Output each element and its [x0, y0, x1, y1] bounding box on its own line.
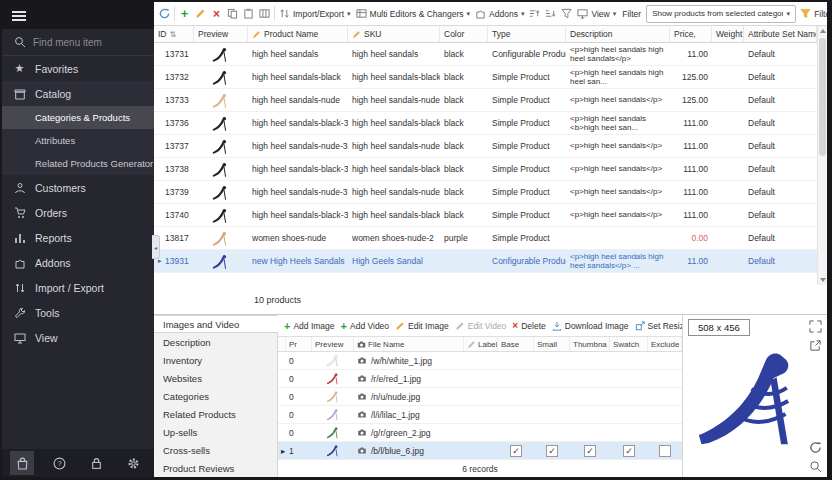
search-input[interactable]: Find menu item [2, 29, 154, 56]
filters-menu[interactable]: Filters ▾ [799, 8, 827, 19]
product-row[interactable]: 13736high heel sandals-black-36high heel… [154, 112, 817, 135]
set-resize-rule-button[interactable]: Set Resize Rule ▾ [634, 321, 682, 331]
store-icon[interactable] [10, 451, 34, 475]
scroll-up-icon[interactable] [818, 26, 827, 36]
sidebar-item-related-products-generator[interactable]: Related Products Generator [2, 152, 154, 175]
base-checkbox[interactable]: ✓ [510, 445, 522, 457]
tab-product-reviews[interactable]: Product Reviews [154, 459, 277, 477]
add-video-button[interactable]: + Add Video [340, 320, 391, 332]
column-thumbnail[interactable]: Thumbna [570, 337, 610, 351]
sort-desc-button[interactable] [544, 7, 557, 21]
help-icon[interactable]: ? [47, 451, 71, 475]
multi-editors-menu[interactable]: Multi Editors & Changers ▾ [355, 8, 472, 19]
tab-related-products[interactable]: Related Products [154, 405, 277, 423]
product-row[interactable]: 13739high heel sandals-nude-37high heel … [154, 181, 817, 204]
tab-categories[interactable]: Categories [154, 387, 277, 405]
sidebar-item-catalog[interactable]: Catalog [2, 81, 154, 106]
edit-video-button[interactable]: Edit Video [454, 321, 508, 331]
rotate-icon[interactable] [809, 440, 823, 454]
product-name-cell: new High Heels Sandals [248, 250, 348, 272]
sidebar-item-categories-products[interactable]: Categories & Products [2, 106, 154, 129]
refresh-button[interactable] [158, 7, 171, 21]
sidebar-item-customers[interactable]: Customers [2, 175, 154, 200]
column-label[interactable]: Label [464, 337, 498, 351]
column-color[interactable]: Color [440, 26, 488, 42]
add-product-button[interactable]: + [178, 7, 191, 21]
delete-image-button[interactable]: × Delete [511, 320, 546, 331]
product-row[interactable]: ▸13931new High Heels SandalsHigh Geels S… [154, 250, 817, 273]
product-row[interactable]: 13732high heel sandals-blackhigh heel sa… [154, 66, 817, 89]
swatch-checkbox[interactable]: ✓ [623, 445, 635, 457]
product-row[interactable]: 13740high heel sandals-black-38high heel… [154, 204, 817, 227]
sort-asc-button[interactable] [528, 7, 541, 21]
download-image-button[interactable]: Download Image [551, 321, 630, 331]
tab-cross-sells[interactable]: Cross-sells [154, 441, 277, 459]
menu-icon[interactable] [12, 11, 26, 21]
open-external-icon[interactable] [809, 338, 823, 352]
column-weight[interactable]: Weight [712, 26, 744, 42]
column-base[interactable]: Base [498, 337, 534, 351]
column-type[interactable]: Type [488, 26, 566, 42]
small-checkbox[interactable]: ✓ [546, 445, 558, 457]
import-export-menu[interactable]: Import/Export ▾ [278, 8, 352, 19]
sidebar-item-orders[interactable]: Orders [2, 200, 154, 225]
zoom-icon[interactable] [809, 459, 823, 473]
tab-up-sells[interactable]: Up-sells [154, 423, 277, 441]
image-row[interactable]: 0/n/u/nude.jpg [278, 388, 682, 406]
column-sku[interactable]: SKU [348, 26, 440, 42]
sidebar-item-attributes[interactable]: Attributes [2, 129, 154, 152]
column-description[interactable]: Description [566, 26, 670, 42]
column-price[interactable]: Price, [670, 26, 712, 42]
tab-inventory[interactable]: Inventory [154, 351, 277, 369]
view-menu[interactable]: View ▾ [576, 8, 617, 19]
exclude-checkbox[interactable] [659, 445, 671, 457]
column-product-name[interactable]: Product Name [248, 26, 348, 42]
filter-select[interactable]: Show products from selected categories ▾ [646, 5, 796, 23]
image-row[interactable]: 0/l/i/lilac_1.jpg [278, 406, 682, 424]
image-row[interactable]: 0/w/h/white_1.jpg [278, 352, 682, 370]
sidebar-item-import-export[interactable]: Import / Export [2, 275, 154, 300]
sidebar-item-reports[interactable]: Reports [2, 225, 154, 250]
column-swatch[interactable]: Swatch [610, 337, 648, 351]
edit-product-button[interactable] [194, 7, 207, 21]
column-id[interactable]: ID ⇅ [154, 26, 194, 42]
lock-icon[interactable] [85, 451, 109, 475]
product-row[interactable]: 13817women shoes-nudewomen shoes-nude-2p… [154, 227, 817, 250]
product-row[interactable]: 13731high heel sandalshigh heel sandalsb… [154, 43, 817, 66]
column-attribute-set[interactable]: Attribute Set Name [744, 26, 817, 42]
column-preview[interactable]: Preview [194, 26, 248, 42]
tab-description[interactable]: Description [154, 333, 277, 351]
product-row[interactable]: 13733high heel sandals-nudehigh heel san… [154, 89, 817, 112]
paste-button[interactable] [242, 7, 255, 21]
column-file-name[interactable]: File Name [354, 337, 464, 351]
fullscreen-icon[interactable] [809, 319, 823, 333]
addons-menu[interactable]: Addons ▾ [474, 8, 525, 19]
sidebar-item-view[interactable]: View [2, 325, 154, 350]
grid-scrollbar[interactable] [817, 26, 827, 285]
sidebar-item-tools[interactable]: Tools [2, 300, 154, 325]
thumbnail-checkbox[interactable]: ✓ [584, 445, 596, 457]
add-image-button[interactable]: + Add Image [283, 320, 336, 332]
clear-filter-button[interactable] [560, 7, 573, 21]
sidebar-item-favorites[interactable]: ★ Favorites [2, 56, 154, 81]
product-row[interactable]: 13738high heel sandals-black-37high heel… [154, 158, 817, 181]
gear-icon[interactable] [122, 451, 146, 475]
scroll-down-icon[interactable] [818, 275, 827, 285]
column-image-preview[interactable]: Preview [312, 337, 354, 351]
image-row[interactable]: ▸1/b/l/blue_6.jpg✓✓✓✓ [278, 442, 682, 460]
copy-button[interactable] [226, 7, 239, 21]
edit-image-button[interactable]: Edit Image [394, 321, 450, 331]
tab-images-and-video[interactable]: Images and Video [154, 315, 278, 333]
column-exclude[interactable]: Exclude [648, 337, 682, 351]
column-small[interactable]: Small [534, 337, 570, 351]
image-row[interactable]: 0/r/e/red_1.jpg [278, 370, 682, 388]
column-priority[interactable]: Pr [286, 337, 312, 351]
scrollbar-thumb[interactable] [819, 38, 826, 156]
delete-product-button[interactable]: × [210, 7, 223, 21]
product-row[interactable]: 13737high heel sandals-nude-36high heel … [154, 135, 817, 158]
image-row[interactable]: 0/g/r/green_2.jpg [278, 424, 682, 442]
collapse-sidebar-handle[interactable]: ◂ [152, 235, 160, 259]
columns-button[interactable] [258, 7, 271, 21]
sidebar-item-addons[interactable]: Addons [2, 250, 154, 275]
tab-websites[interactable]: Websites [154, 369, 277, 387]
